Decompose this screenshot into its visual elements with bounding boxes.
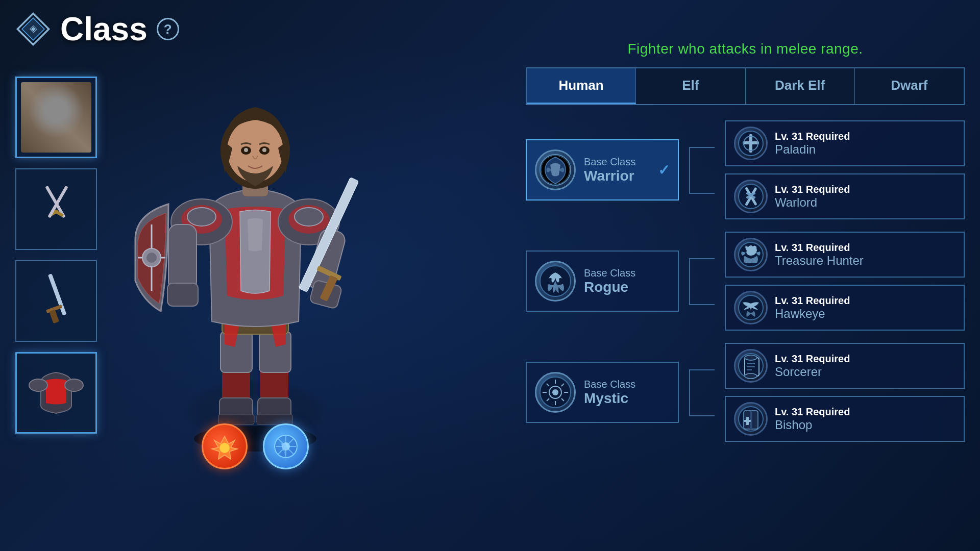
svg-point-16 [65,379,83,391]
warrior-text: Base Class Warrior [584,156,635,184]
svg-point-33 [295,208,323,226]
character-display [102,51,408,490]
right-panel: Fighter who attacks in melee range. Huma… [526,41,965,442]
svg-rect-26 [257,414,292,424]
paladin-name: Paladin [775,142,850,157]
paladin-btn[interactable]: Lv. 31 Required Paladin [725,120,965,166]
rogue-row: Base Class Rogue [526,232,965,331]
svg-rect-14 [49,310,59,324]
svg-point-51 [262,148,266,152]
help-button[interactable]: ? [157,18,179,40]
warrior-circle [535,149,576,190]
warrior-base-label: Base Class [584,156,635,168]
warlord-text: Lv. 31 Required Warlord [775,184,850,210]
thumbnail-warrior-helmet[interactable] [15,77,97,158]
tab-dwarf[interactable]: Dwarf [855,68,964,104]
bishop-name: Bishop [775,418,850,432]
rogue-base-label: Base Class [584,267,635,279]
rogue-subclasses: Lv. 31 Required Treasure Hunter [725,232,965,331]
paladin-req: Lv. 31 Required [775,131,850,142]
bishop-text: Lv. 31 Required Bishop [775,406,850,432]
ability-icons [202,423,309,469]
svg-text:◈: ◈ [30,23,37,34]
treasure-hunter-req: Lv. 31 Required [775,242,864,254]
svg-point-81 [745,355,757,360]
sorcerer-circle [734,349,768,383]
warlord-name: Warlord [775,195,850,210]
rogue-text: Base Class Rogue [584,267,635,295]
warrior-subclasses: Lv. 31 Required Paladin [725,120,965,219]
paladin-circle [734,127,768,160]
sorcerer-text: Lv. 31 Required Sorcerer [775,353,850,379]
rogue-circle [535,261,576,302]
paladin-text: Lv. 31 Required Paladin [775,131,850,157]
hawkeye-circle [734,291,768,324]
thumbnail-crossed-swords[interactable] [15,168,97,250]
treasure-hunter-text: Lv. 31 Required Treasure Hunter [775,242,864,268]
svg-rect-89 [744,420,751,422]
svg-point-32 [187,208,216,226]
sorcerer-btn[interactable]: Lv. 31 Required Sorcerer [725,343,965,389]
hawkeye-text: Lv. 31 Required Hawkeye [775,295,850,321]
mystic-text: Base Class Mystic [584,378,635,407]
base-class-warrior-btn[interactable]: Base Class Warrior [526,139,679,201]
mystic-name: Mystic [584,390,635,407]
thumbnail-panel [15,77,97,434]
tab-dark-elf[interactable]: Dark Elf [746,68,855,104]
diamond-icon: ◈ [15,11,51,47]
svg-point-82 [745,373,757,379]
bishop-btn[interactable]: Lv. 31 Required Bishop [725,396,965,442]
flavor-text: Fighter who attacks in melee range. [526,41,965,57]
warlord-circle [734,180,768,213]
thumbnail-heavy-armor[interactable] [15,352,97,434]
sorcerer-name: Sorcerer [775,365,850,379]
svg-point-47 [227,119,283,182]
svg-point-15 [29,379,47,391]
rogue-name: Rogue [584,279,635,295]
mystic-circle [535,372,576,413]
tab-elf[interactable]: Elf [636,68,745,104]
svg-point-52 [219,443,230,453]
hawkeye-btn[interactable]: Lv. 31 Required Hawkeye [725,285,965,331]
svg-point-71 [552,389,558,395]
svg-rect-36 [167,283,198,306]
svg-rect-6 [59,105,83,130]
page-title: Class [60,10,148,48]
character-svg [122,71,388,469]
svg-point-3 [35,94,72,135]
svg-rect-59 [743,141,759,144]
mystic-row: Base Class Mystic [526,343,965,442]
page-header: ◈ Class ? [15,10,179,48]
class-list: Base Class Warrior [526,120,965,442]
base-class-rogue-btn[interactable]: Base Class Rogue [526,251,679,312]
svg-point-41 [146,253,157,263]
svg-rect-34 [168,224,197,291]
mystic-subclasses: Lv. 31 Required Sorcerer [725,343,965,442]
svg-rect-7 [62,107,75,120]
treasure-hunter-circle [734,238,768,271]
warrior-name: Warrior [584,168,635,184]
thumbnail-long-blade[interactable] [15,260,97,342]
race-tabs: Human Elf Dark Elf Dwarf [526,67,965,105]
warrior-row: Base Class Warrior [526,120,965,219]
treasure-hunter-name: Treasure Hunter [775,254,864,268]
fire-ability-icon[interactable] [202,423,248,469]
svg-point-50 [244,148,248,152]
ice-ability-icon[interactable] [263,423,309,469]
base-class-mystic-btn[interactable]: Base Class Mystic [526,362,679,423]
tab-human[interactable]: Human [527,68,636,104]
hawkeye-name: Hawkeye [775,307,850,321]
mystic-base-label: Base Class [584,378,635,390]
warlord-btn[interactable]: Lv. 31 Required Warlord [725,173,965,219]
treasure-hunter-btn[interactable]: Lv. 31 Required Treasure Hunter [725,232,965,278]
bishop-circle [734,402,768,436]
warlord-req: Lv. 31 Required [775,184,850,195]
bishop-req: Lv. 31 Required [775,406,850,418]
hawkeye-req: Lv. 31 Required [775,295,850,307]
svg-rect-25 [218,414,254,424]
sorcerer-req: Lv. 31 Required [775,353,850,365]
